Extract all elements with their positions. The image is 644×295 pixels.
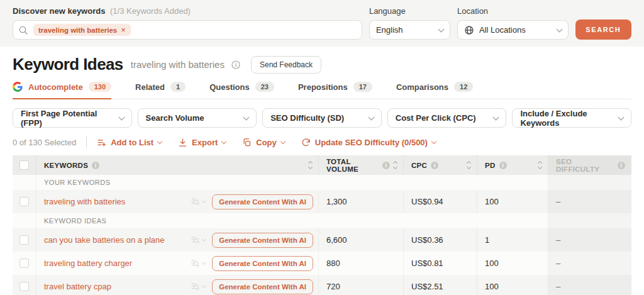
table-section-row: YOUR KEYWORDS: [13, 175, 631, 190]
sort-icon[interactable]: [394, 162, 397, 169]
tab-comparisons[interactable]: Comparisons 12: [396, 82, 473, 99]
chevron-down-icon: [221, 138, 226, 143]
keyword-link[interactable]: can you take batteries on a plane: [44, 235, 184, 245]
keyword-link[interactable]: traveling battery charger: [44, 259, 184, 268]
table-body: YOUR KEYWORDS traveling with batteries G…: [13, 175, 631, 295]
column-header-cpc[interactable]: CPCi: [404, 155, 477, 175]
search-button[interactable]: SEARCH: [575, 19, 631, 40]
chevron-down-icon: [243, 114, 250, 120]
select-all-checkbox[interactable]: [19, 160, 29, 170]
globe-icon: [464, 25, 474, 35]
sort-icon[interactable]: [309, 162, 312, 169]
sort-icon[interactable]: [467, 162, 470, 169]
row-checkbox[interactable]: [19, 235, 29, 245]
export-button[interactable]: Export: [178, 138, 226, 147]
seo-difficulty-cell: –: [548, 275, 631, 295]
language-label: Language: [369, 6, 450, 16]
serp-preview-button[interactable]: [191, 282, 206, 291]
tab-bar: Autocomplete 130 Related 1 Questions 23 …: [13, 82, 631, 99]
filter-include-exclude-keywords[interactable]: Include / Exclude Keywords: [512, 108, 631, 128]
generate-content-ai-button[interactable]: Generate Content With AI: [212, 279, 313, 294]
send-feedback-button[interactable]: Send Feedback: [251, 56, 321, 74]
serp-preview-button[interactable]: [191, 259, 206, 268]
column-header-keywords[interactable]: KEYWORDSi: [36, 155, 319, 175]
generate-content-ai-button[interactable]: Generate Content With AI: [212, 233, 313, 248]
info-icon[interactable]: i: [92, 162, 99, 169]
cpc-cell: US$0.36: [404, 228, 477, 252]
generate-content-ai-button[interactable]: Generate Content With AI: [212, 194, 313, 209]
update-seo-difficulty-0-500-button[interactable]: Update SEO Difficulty (0/500): [301, 138, 436, 147]
chevron-down-icon: [438, 26, 445, 32]
keyword-search-input[interactable]: traveling with batteries ×: [13, 20, 362, 40]
page-title: Keyword Ideas: [13, 55, 123, 74]
chevron-down-icon: [431, 138, 436, 143]
column-header-pd[interactable]: PDi: [477, 155, 548, 175]
seo-difficulty-cell: –: [548, 190, 631, 213]
serp-preview-icon: [191, 259, 200, 268]
filter-cost-per-click-cpc[interactable]: Cost Per Click (CPC): [387, 108, 507, 128]
export-icon: [178, 138, 187, 147]
bulk-action-bar: 0 of 130 Selected Add to List Export Cop…: [13, 136, 631, 148]
info-icon[interactable]: i: [382, 162, 390, 169]
location-value: All Locations: [479, 25, 552, 35]
serp-preview-button[interactable]: [191, 197, 206, 206]
bulk-actions: Add to List Export Copy Update SEO Diffi…: [97, 138, 452, 147]
keyword-link[interactable]: traveling with batteries: [44, 197, 184, 206]
row-checkbox[interactable]: [19, 197, 29, 206]
close-icon[interactable]: ×: [121, 26, 126, 34]
section-label: KEYWORD IDEAS: [36, 217, 106, 225]
chevron-down-icon: [556, 26, 562, 32]
language-select[interactable]: English: [369, 20, 450, 40]
section-label: YOUR KEYWORDS: [36, 179, 111, 186]
row-checkbox[interactable]: [19, 259, 29, 268]
main-content: Keyword Ideas traveling with batteries S…: [0, 55, 644, 295]
column-header-seo-difficulty: SEO DIFFICULTYi: [548, 155, 631, 175]
keyword-tag-label: traveling with batteries: [38, 26, 117, 34]
language-value: English: [376, 25, 434, 35]
serp-preview-button[interactable]: [191, 235, 206, 245]
column-header-total-volume[interactable]: TOTAL VOLUMEi: [319, 155, 404, 175]
chevron-down-icon: [202, 198, 206, 203]
filter-seo-difficulty-sd[interactable]: SEO Difficulty (SD): [262, 108, 382, 128]
total-volume-cell: 880: [319, 252, 404, 275]
filter-first-page-potential-fpp[interactable]: First Page Potential (FPP): [13, 108, 132, 128]
add-to-list-button[interactable]: Add to List: [97, 138, 162, 147]
chevron-down-icon: [202, 260, 206, 264]
sort-icon[interactable]: [538, 162, 541, 169]
tab-autocomplete[interactable]: Autocomplete 130: [13, 82, 111, 99]
seo-difficulty-cell: –: [548, 252, 631, 275]
total-volume-cell: 1,300: [319, 190, 404, 213]
keywords-table: KEYWORDSi TOTAL VOLUMEi CPCi PDi SEO DIF…: [13, 155, 631, 295]
keyword-tag[interactable]: traveling with batteries ×: [33, 24, 131, 36]
tab-count-badge: 12: [454, 82, 473, 92]
chevron-down-icon: [202, 283, 206, 287]
info-icon[interactable]: [231, 60, 241, 70]
tab-related[interactable]: Related 1: [135, 82, 186, 99]
tab-count-badge: 1: [170, 82, 186, 92]
tab-count-badge: 17: [353, 82, 372, 92]
serp-preview-icon: [191, 235, 200, 245]
tab-questions[interactable]: Questions 23: [209, 82, 274, 99]
cpc-cell: US$0.94: [404, 190, 477, 213]
selected-count: 0 of 130 Selected: [13, 138, 76, 147]
chevron-down-icon: [202, 237, 206, 241]
filter-search-volume[interactable]: Search Volume: [138, 108, 257, 128]
table-section-row: KEYWORD IDEAS: [13, 213, 631, 228]
generate-content-ai-button[interactable]: Generate Content With AI: [212, 256, 313, 271]
info-icon[interactable]: i: [431, 162, 438, 169]
keyword-link[interactable]: travel battery cpap: [44, 282, 184, 291]
info-icon[interactable]: i: [618, 162, 625, 169]
total-volume-cell: 720: [319, 275, 404, 295]
location-label: Location: [457, 6, 569, 16]
discover-title: Discover new keywords: [13, 6, 105, 16]
cpc-cell: US$0.81: [404, 252, 477, 275]
location-select[interactable]: All Locations: [457, 20, 569, 40]
chevron-down-icon: [618, 114, 625, 120]
chevron-down-icon: [157, 138, 162, 143]
table-row: traveling battery charger Generate Conte…: [13, 252, 631, 275]
info-icon[interactable]: i: [499, 162, 507, 169]
tab-prepositions[interactable]: Prepositions 17: [298, 82, 372, 99]
table-header: KEYWORDSi TOTAL VOLUMEi CPCi PDi SEO DIF…: [13, 155, 631, 175]
copy-button[interactable]: Copy: [242, 138, 285, 147]
row-checkbox[interactable]: [19, 282, 29, 291]
